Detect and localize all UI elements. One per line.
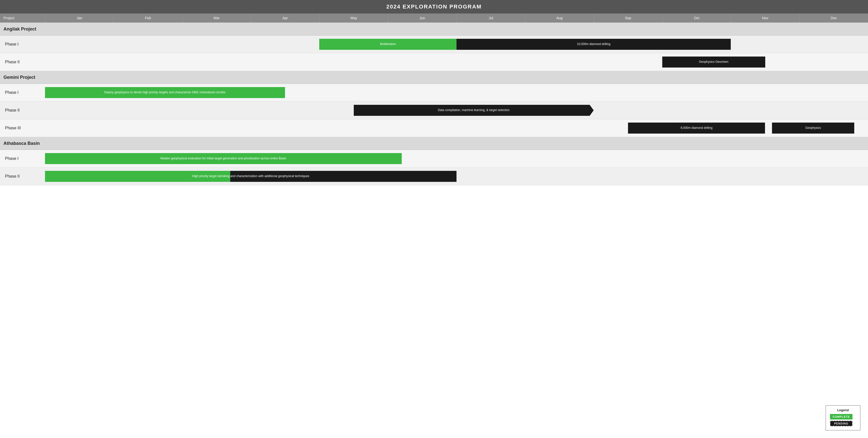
bar-geo1: Geophysics Geochem bbox=[662, 57, 765, 67]
bar-drill1: 10,000m diamond drilling bbox=[457, 39, 731, 50]
project-header-angilak: Angilak Project bbox=[0, 23, 868, 35]
bar-deploy: Deploy geophysics to derisk high priorit… bbox=[45, 87, 285, 98]
legend-pending: PENDING bbox=[830, 421, 856, 426]
phase-label-angilak-1: Phase II bbox=[0, 58, 45, 66]
bar-area-athabasca-0: Maiden geophysical evaluation for initia… bbox=[45, 150, 868, 167]
bar-area-athabasca-1: High priority target derisking and chara… bbox=[45, 168, 868, 185]
legend-pending-box: PENDING bbox=[830, 421, 852, 426]
bar-geo2: Geophysics bbox=[772, 123, 854, 134]
phase-label-athabasca-1: Phase II bbox=[0, 172, 45, 181]
month-header-oct: Oct bbox=[662, 13, 731, 23]
phase-row-gemini-2: Phase III8,000m diamond drillingGeophysi… bbox=[0, 119, 868, 137]
project-col-header: Project bbox=[0, 13, 45, 23]
phase-label-athabasca-0: Phase I bbox=[0, 154, 45, 163]
page-title: 2024 EXPLORATION PROGRAM bbox=[0, 0, 868, 13]
legend-title: Legend bbox=[830, 408, 856, 412]
project-area-gemini bbox=[45, 71, 868, 84]
bar-drill2: 8,000m diamond drilling bbox=[628, 123, 765, 134]
month-header-jan: Jan bbox=[45, 13, 114, 23]
bar-mob: Mobilization bbox=[319, 39, 457, 50]
phase-row-athabasca-1: Phase IIHigh priority target derisking a… bbox=[0, 168, 868, 185]
legend-complete-box: COMPLETE bbox=[830, 414, 852, 419]
phase-row-angilak-1: Phase IIGeophysics Geochem bbox=[0, 53, 868, 71]
months-container: JanFebMarAprMayJunJulAugSepOctNovDec bbox=[45, 13, 868, 23]
phase-row-athabasca-0: Phase IMaiden geophysical evaluation for… bbox=[0, 150, 868, 168]
gantt-header: Project JanFebMarAprMayJunJulAugSepOctNo… bbox=[0, 13, 868, 23]
legend: Legend COMPLETE PENDING bbox=[826, 405, 861, 431]
month-header-may: May bbox=[319, 13, 388, 23]
month-header-aug: Aug bbox=[525, 13, 593, 23]
bar-maiden: Maiden geophysical evaluation for initia… bbox=[45, 153, 402, 164]
month-header-dec: Dec bbox=[800, 13, 868, 23]
month-header-feb: Feb bbox=[114, 13, 182, 23]
phase-label-gemini-0: Phase I bbox=[0, 88, 45, 97]
month-header-jul: Jul bbox=[457, 13, 525, 23]
project-area-athabasca bbox=[45, 137, 868, 150]
month-header-sep: Sep bbox=[594, 13, 662, 23]
project-label-athabasca: Athabasca Basin bbox=[0, 139, 45, 148]
bar-area-gemini-0: Deploy geophysics to derisk high priorit… bbox=[45, 84, 868, 101]
bar-area-angilak-1: Geophysics Geochem bbox=[45, 53, 868, 71]
phase-label-angilak-0: Phase I bbox=[0, 40, 45, 49]
project-header-athabasca: Athabasca Basin bbox=[0, 137, 868, 150]
phase-row-angilak-0: Phase IMobilization10,000m diamond drill… bbox=[0, 35, 868, 53]
project-header-gemini: Gemini Project bbox=[0, 71, 868, 84]
bar-area-angilak-0: Mobilization10,000m diamond drilling bbox=[45, 35, 868, 53]
page-wrapper: 2024 EXPLORATION PROGRAM Project JanFebM… bbox=[0, 0, 868, 438]
month-header-nov: Nov bbox=[731, 13, 799, 23]
project-area-angilak bbox=[45, 23, 868, 35]
phase-label-gemini-1: Phase II bbox=[0, 106, 45, 115]
month-header-apr: Apr bbox=[251, 13, 319, 23]
bar-hipri: High priority target derisking and chara… bbox=[45, 171, 457, 182]
project-label-angilak: Angilak Project bbox=[0, 25, 45, 34]
gantt-body: Angilak ProjectPhase IMobilization10,000… bbox=[0, 23, 868, 185]
bar-data: Data compilation, machine learning, & ta… bbox=[354, 105, 594, 116]
legend-complete: COMPLETE bbox=[830, 414, 856, 419]
project-label-gemini: Gemini Project bbox=[0, 73, 45, 82]
bar-area-gemini-2: 8,000m diamond drillingGeophysics bbox=[45, 119, 868, 137]
bar-area-gemini-1: Data compilation, machine learning, & ta… bbox=[45, 101, 868, 119]
phase-label-gemini-2: Phase III bbox=[0, 124, 45, 132]
month-header-mar: Mar bbox=[182, 13, 251, 23]
phase-row-gemini-0: Phase IDeploy geophysics to derisk high … bbox=[0, 84, 868, 101]
phase-row-gemini-1: Phase IIData compilation, machine learni… bbox=[0, 101, 868, 119]
month-header-jun: Jun bbox=[388, 13, 457, 23]
